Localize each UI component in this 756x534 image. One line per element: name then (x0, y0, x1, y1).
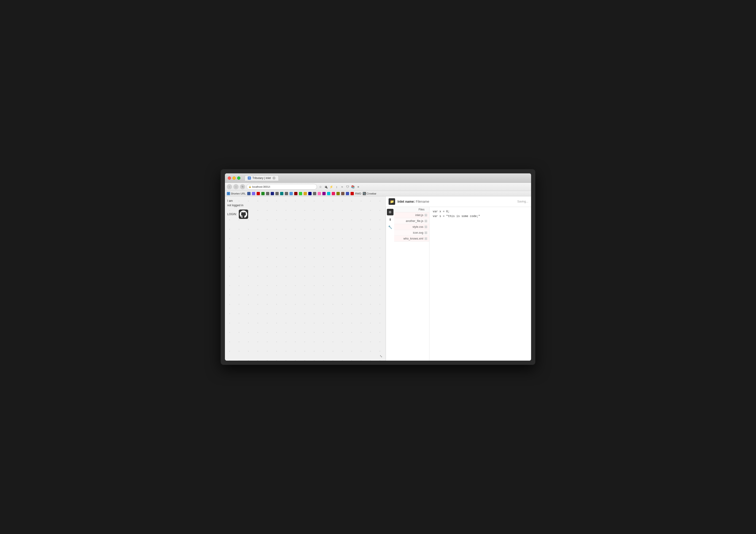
bookmark-icon-22[interactable] (346, 192, 349, 195)
saving-status: Saving... (517, 200, 528, 203)
address-bar[interactable]: 🔒 localhost:3001/i (247, 184, 317, 190)
title-bar: T Tributary | inlet × (225, 173, 531, 183)
file-item-who-knows-xml[interactable]: who_knows.xml × (394, 236, 429, 242)
bookmark-shorten-url[interactable]: S Shorten URL (227, 192, 246, 195)
file-delete-inlet-js[interactable]: × (424, 214, 427, 216)
extension-icon-3[interactable]: ↕ (335, 185, 339, 189)
file-name-style-css: style.css (413, 225, 423, 229)
inlet-name-label: Inlet name: Filename (397, 200, 429, 203)
refresh-button[interactable]: ↻ (240, 184, 245, 189)
file-delete-icon-svg[interactable]: × (424, 231, 427, 234)
extension-icon-4[interactable]: ≈ (340, 185, 344, 189)
file-item-another-file[interactable]: another_file.js × (394, 218, 429, 224)
settings-button[interactable]: ⚙ (387, 209, 393, 216)
nav-bar: ‹ › ↻ 🔒 localhost:3001/i ☆ 🔌 ⚡ ↕ ≈ 🛡 📚 ≡ (225, 183, 531, 191)
wrench-button[interactable]: 🔧 (387, 224, 393, 230)
library-icon[interactable]: 📚 (351, 185, 355, 189)
code-line-2: var s = "this is some code;" (433, 214, 528, 219)
crowbar-icon: 🔧 (363, 192, 366, 195)
file-item-style-css[interactable]: style.css × (394, 224, 429, 230)
nav-right-icons: ☆ 🔌 ⚡ ↕ ≈ 🛡 📚 ≡ (318, 185, 361, 189)
tab-close-button[interactable]: × (272, 176, 276, 180)
file-name-inlet-js: inlet.js (415, 214, 423, 217)
bookmark-icon-6[interactable] (271, 192, 274, 195)
code-editor[interactable]: var x = 6; var s = "this is some code;" (429, 207, 531, 361)
shorten-url-label: Shorten URL (231, 192, 246, 195)
monitor: T Tributary | inlet × ‹ › ↻ 🔒 localhost:… (221, 169, 535, 365)
bookmark-icon-1[interactable] (247, 192, 251, 195)
bookmark-crowbar[interactable]: 🔧 Crowbar (363, 192, 377, 195)
maximize-button[interactable] (237, 176, 240, 180)
tab-favicon: T (248, 176, 251, 180)
left-panel: I am not logged in LOGIN: ⤡ (225, 196, 386, 361)
shorten-url-icon: S (227, 192, 230, 195)
active-tab[interactable]: T Tributary | inlet × (245, 175, 279, 181)
login-label-text: LOGIN: (227, 213, 237, 216)
file-name-another-file: another_file.js (406, 219, 423, 223)
file-delete-another-file[interactable]: × (424, 219, 427, 222)
expand-button[interactable]: ⤡ (378, 354, 384, 359)
files-editor-area: ⚙ ⬆ 🔧 Files inlet.js (386, 207, 531, 361)
bookmark-icon-17[interactable] (322, 192, 326, 195)
bookmark-icon-16[interactable] (318, 192, 321, 195)
bookmark-icon-13[interactable] (304, 192, 307, 195)
bookmark-icon-12[interactable] (299, 192, 302, 195)
login-section: I am not logged in LOGIN: (227, 199, 383, 219)
inlet-folder-icon: 📁 (389, 198, 395, 205)
tab-label: Tributary | inlet (253, 176, 271, 180)
bookmark-icon-19[interactable] (332, 192, 335, 195)
code-line-1: var x = 6; (433, 209, 528, 214)
forward-button[interactable]: › (233, 184, 238, 189)
bookmark-icon-15[interactable] (313, 192, 316, 195)
lock-icon: 🔒 (249, 186, 251, 188)
bookmark-icon-21[interactable] (341, 192, 344, 195)
tab-area: T Tributary | inlet × (245, 175, 279, 181)
content-area: I am not logged in LOGIN: ⤡ (225, 196, 531, 361)
bookmark-icon-23[interactable] (351, 192, 354, 195)
rwd-label: RWD (355, 192, 361, 195)
bookmarks-toolbar: S Shorten URL (225, 191, 531, 196)
bookmark-icon-3[interactable] (256, 192, 260, 195)
status-line-1: I am (227, 199, 383, 203)
action-sidebar: ⚙ ⬆ 🔧 (386, 207, 394, 361)
url-text: localhost:3001/i (252, 185, 270, 188)
bookmark-icon-18[interactable] (327, 192, 330, 195)
file-name-icon-svg: icon.svg (413, 231, 423, 234)
close-button[interactable] (228, 176, 231, 180)
upload-icon: ⬆ (389, 218, 392, 221)
code-display: var x = 6; var s = "this is some code;" (429, 207, 531, 361)
right-panel: 📁 Inlet name: Filename Saving... ⚙ (386, 196, 531, 361)
minimize-button[interactable] (232, 176, 236, 180)
bookmark-icon-8[interactable] (280, 192, 284, 195)
github-icon (240, 211, 247, 218)
wrench-icon: 🔧 (388, 225, 392, 229)
menu-icon[interactable]: ≡ (356, 185, 361, 189)
bookmark-icon-9[interactable] (285, 192, 288, 195)
inlet-filename[interactable]: Filename (416, 200, 429, 203)
bookmark-icon-4[interactable] (261, 192, 265, 195)
bookmark-icon-2[interactable] (252, 192, 255, 195)
file-delete-style-css[interactable]: × (424, 225, 427, 228)
files-list: Files inlet.js × another_file.js × style… (394, 207, 429, 361)
status-line-2: not logged in (227, 203, 383, 208)
bookmark-icon-20[interactable] (337, 192, 340, 195)
settings-icon: ⚙ (389, 210, 392, 214)
bookmark-icon-11[interactable] (294, 192, 297, 195)
back-button[interactable]: ‹ (227, 184, 232, 189)
file-item-inlet-js[interactable]: inlet.js × (394, 212, 429, 218)
bookmark-icon-7[interactable] (275, 192, 279, 195)
file-delete-who-knows-xml[interactable]: × (424, 237, 427, 240)
browser-window: T Tributary | inlet × ‹ › ↻ 🔒 localhost:… (225, 173, 531, 361)
bookmark-icon-5[interactable] (266, 192, 269, 195)
login-label-area: LOGIN: (227, 210, 383, 219)
bookmark-icon-14[interactable] (308, 192, 311, 195)
shield-icon[interactable]: 🛡 (345, 185, 350, 189)
extension-icon-1[interactable]: 🔌 (324, 185, 328, 189)
github-avatar[interactable] (239, 210, 248, 219)
extension-icon-2[interactable]: ⚡ (329, 185, 334, 189)
bookmark-icon-10[interactable] (289, 192, 293, 195)
file-item-icon-svg[interactable]: icon.svg × (394, 230, 429, 236)
star-icon[interactable]: ☆ (318, 185, 323, 189)
upload-button[interactable]: ⬆ (387, 216, 393, 223)
bookmark-rwd[interactable]: RWD (355, 192, 361, 195)
